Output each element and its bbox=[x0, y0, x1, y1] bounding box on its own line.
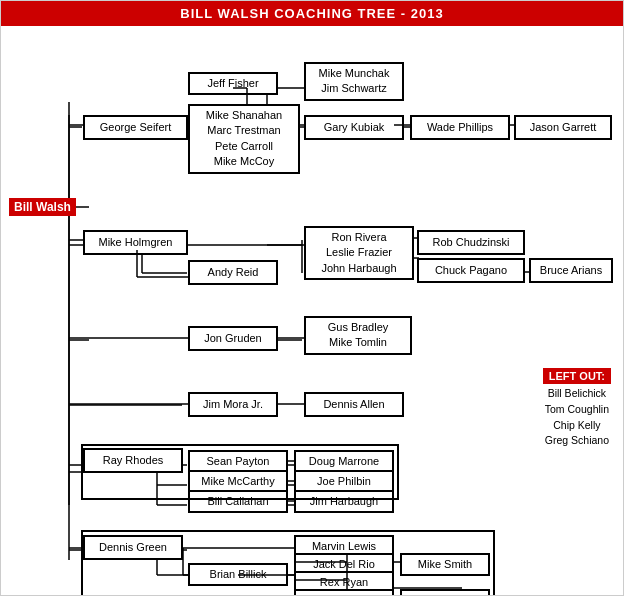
ray-rhodes-label: Ray Rhodes bbox=[103, 454, 164, 466]
bruce-arians-label: Bruce Arians bbox=[540, 264, 602, 276]
marvin-lewis-label: Marvin Lewis bbox=[312, 540, 376, 552]
marc-trestman-label: Marc Trestman bbox=[194, 123, 294, 138]
mike-mccoy-label: Mike McCoy bbox=[194, 154, 294, 169]
george-seifert-node: George Seifert bbox=[83, 115, 188, 140]
ray-rhodes-node: Ray Rhodes bbox=[83, 448, 183, 473]
brian-billick-node: Brian Billick bbox=[188, 563, 288, 586]
brian-billick-label: Brian Billick bbox=[210, 568, 267, 580]
jim-mora-jr-node: Jim Mora Jr. bbox=[188, 392, 278, 417]
dennis-green-label: Dennis Green bbox=[99, 541, 167, 553]
dennis-allen-node: Dennis Allen bbox=[304, 392, 404, 417]
doug-marrone-label: Doug Marrone bbox=[309, 455, 379, 467]
leftout-label: LEFT OUT: bbox=[543, 368, 611, 384]
jeff-fisher-label: Jeff Fisher bbox=[207, 77, 258, 89]
leslie-frazier-label: Leslie Frazier bbox=[310, 245, 408, 260]
bradley-tomlin-node: Gus Bradley Mike Tomlin bbox=[304, 316, 412, 355]
gary-kubiak-label: Gary Kubiak bbox=[324, 121, 385, 133]
dennis-allen-label: Dennis Allen bbox=[323, 398, 384, 410]
bruce-arians-node: Bruce Arians bbox=[529, 258, 613, 283]
mike-holmgren-label: Mike Holmgren bbox=[99, 236, 173, 248]
gary-kubiak-node: Gary Kubiak bbox=[304, 115, 404, 140]
jim-mora-jr-label: Jim Mora Jr. bbox=[203, 398, 263, 410]
bill-callahan-label: Bill Callahan bbox=[207, 495, 268, 507]
mike-tomlin-label: Mike Tomlin bbox=[310, 335, 406, 350]
bill-walsh-label: Bill Walsh bbox=[9, 198, 76, 216]
page: BILL WALSH COACHING TREE - 2013 bbox=[0, 0, 624, 596]
leftout-schiano: Greg Schiano bbox=[543, 433, 611, 449]
rivera-group-node: Ron Rivera Leslie Frazier John Harbaugh bbox=[304, 226, 414, 280]
leftout-kelly: Chip Kelly bbox=[543, 418, 611, 434]
ron-rivera-label: Ron Rivera bbox=[310, 230, 408, 245]
john-harbaugh-label: John Harbaugh bbox=[310, 261, 408, 276]
wade-phillips-node: Wade Phillips bbox=[410, 115, 510, 140]
mike-mccarthy-label: Mike McCarthy bbox=[201, 475, 274, 487]
jim-harbaugh-node: Jim Harbaugh bbox=[294, 490, 394, 513]
jeff-fisher-node: Jeff Fisher bbox=[188, 72, 278, 95]
shanahan-group-node: Mike Shanahan Marc Trestman Pete Carroll… bbox=[188, 104, 300, 174]
leftout-belichick: Bill Belichick bbox=[543, 386, 611, 402]
gus-bradley-label: Gus Bradley bbox=[310, 320, 406, 335]
jon-gruden-label: Jon Gruden bbox=[204, 332, 261, 344]
jim-schwartz-label: Jim Schwartz bbox=[310, 81, 398, 96]
jason-garrett-node: Jason Garrett bbox=[514, 115, 612, 140]
mike-shanahan-label: Mike Shanahan bbox=[194, 108, 294, 123]
munchak-schwartz-node: Mike Munchak Jim Schwartz bbox=[304, 62, 404, 101]
rex-ryan-label: Rex Ryan bbox=[320, 576, 368, 588]
jim-fassel-node: Jim Fassel bbox=[294, 589, 394, 596]
jason-garrett-label: Jason Garrett bbox=[530, 121, 597, 133]
joe-philbin-label: Joe Philbin bbox=[317, 475, 371, 487]
george-seifert-label: George Seifert bbox=[100, 121, 172, 133]
mike-smith-node: Mike Smith bbox=[400, 553, 490, 576]
leftout-coughlin: Tom Coughlin bbox=[543, 402, 611, 418]
wade-phillips-label: Wade Phillips bbox=[427, 121, 493, 133]
mike-holmgren-node: Mike Holmgren bbox=[83, 230, 188, 255]
mike-munchak-label: Mike Munchak bbox=[310, 66, 398, 81]
chuck-pagano-label: Chuck Pagano bbox=[435, 264, 507, 276]
rob-chudzinski-label: Rob Chudzinski bbox=[432, 236, 509, 248]
dennis-green-node: Dennis Green bbox=[83, 535, 183, 560]
pete-carroll-label: Pete Carroll bbox=[194, 139, 294, 154]
page-title: BILL WALSH COACHING TREE - 2013 bbox=[1, 1, 623, 26]
jim-harbaugh-label: Jim Harbaugh bbox=[310, 495, 378, 507]
jon-gruden-node: Jon Gruden bbox=[188, 326, 278, 351]
jack-del-rio-label: Jack Del Rio bbox=[313, 558, 375, 570]
sean-payton-label: Sean Payton bbox=[207, 455, 270, 467]
john-fox-node: John Fox bbox=[400, 589, 490, 596]
leftout-box: LEFT OUT: Bill Belichick Tom Coughlin Ch… bbox=[543, 368, 611, 449]
tree-container: Bill Walsh Jeff Fisher Mike Munchak Jim … bbox=[7, 30, 615, 590]
leftout-names: Bill Belichick Tom Coughlin Chip Kelly G… bbox=[543, 386, 611, 449]
bill-callahan-node: Bill Callahan bbox=[188, 490, 288, 513]
mike-smith-label: Mike Smith bbox=[418, 558, 472, 570]
chuck-pagano-node: Chuck Pagano bbox=[417, 258, 525, 283]
andy-reid-node: Andy Reid bbox=[188, 260, 278, 285]
andy-reid-label: Andy Reid bbox=[208, 266, 259, 278]
rob-chudzinski-node: Rob Chudzinski bbox=[417, 230, 525, 255]
